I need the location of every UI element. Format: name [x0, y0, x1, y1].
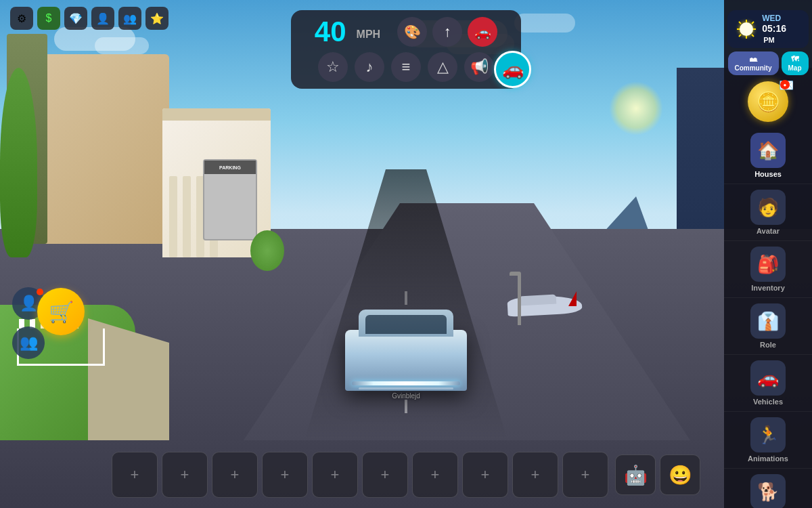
- exit-car-button[interactable]: 🚗: [468, 17, 497, 47]
- col1: [169, 176, 177, 257]
- icon-btn-1[interactable]: ⚙: [10, 7, 33, 30]
- svg-line-7: [739, 35, 741, 37]
- hud-top-icons: 🎨 ↑ 🚗: [397, 17, 497, 47]
- sidebar-top: WED 05:16 PM 🏘 Community 🗺 Map: [724, 7, 812, 79]
- map-label: Map: [788, 64, 802, 72]
- col2: [183, 176, 191, 257]
- top-left-hud: ⚙ $ 💎 👤 👥 ⭐: [10, 7, 168, 30]
- sidebar-item-companions[interactable]: 🐕 Companions: [724, 469, 812, 508]
- list-button[interactable]: ≡: [391, 52, 421, 82]
- speed-row: 40 MPH 🎨 ↑ 🚗: [304, 17, 508, 47]
- companions-icon: 🐕: [750, 474, 786, 508]
- icon-btn-3[interactable]: 💎: [64, 7, 87, 30]
- parking-text: PARKING: [219, 165, 241, 170]
- vehicles-label: Vehicles: [753, 398, 783, 406]
- paint-button[interactable]: 🎨: [397, 17, 427, 47]
- toolbar-slot-1[interactable]: [112, 452, 158, 498]
- community-icon: 🏘: [750, 55, 757, 63]
- houses-icon: 🏠: [750, 133, 786, 168]
- add-friend-icon: 👤: [20, 295, 38, 312]
- add-friend-notification: [37, 289, 43, 295]
- datetime-box: WED 05:16 PM: [727, 10, 809, 48]
- avatar-icon: 🧑: [750, 190, 786, 225]
- streetlamp-head: [510, 272, 521, 276]
- cloud-5: [514, 14, 575, 33]
- time-value: 05:16: [762, 23, 786, 34]
- toolbar-slot-3[interactable]: [212, 452, 258, 498]
- animations-icon: 🏃: [750, 417, 786, 452]
- sun-glare: [609, 81, 663, 135]
- airplane-tail: [568, 291, 577, 306]
- sidebar-item-vehicles[interactable]: 🚗 Vehicles: [724, 355, 812, 412]
- parking-booth: PARKING: [203, 159, 257, 240]
- datetime-text-block: WED 05:16 PM: [762, 14, 800, 45]
- sun-wrapper: [736, 18, 757, 40]
- map-icon: 🗺: [791, 55, 798, 63]
- svg-line-5: [752, 35, 754, 37]
- shopping-cart-button[interactable]: 🛒: [37, 288, 85, 335]
- sidebar-item-role[interactable]: 👔 Role: [724, 298, 812, 355]
- tree-left: [0, 68, 37, 257]
- sidebar-item-houses[interactable]: 🏠 Houses: [724, 127, 812, 184]
- toolbar-slot-2[interactable]: [162, 452, 208, 498]
- toolbar-slot-8[interactable]: [462, 452, 508, 498]
- right-sidebar: WED 05:16 PM 🏘 Community 🗺 Map: [724, 0, 812, 508]
- speed-panel: 40 MPH 🎨 ↑ 🚗 ☆ ♪ ≡ △ 📢: [291, 10, 521, 89]
- group-button[interactable]: 👥: [12, 326, 45, 359]
- chat-button[interactable]: 🤖: [615, 454, 656, 495]
- cloud-2: [95, 37, 149, 54]
- time-display: 05:16 PM: [762, 23, 800, 45]
- music-button[interactable]: ♪: [355, 52, 384, 82]
- group-icon: 👥: [20, 334, 38, 352]
- car-mode-button[interactable]: 🚗: [494, 51, 531, 88]
- plant-1: [250, 230, 284, 271]
- toolbar-slot-10[interactable]: [562, 452, 608, 498]
- icon-btn-6[interactable]: ⭐: [145, 7, 168, 30]
- svg-line-4: [739, 22, 741, 24]
- coins-row: 🪙 ✉️ ●: [724, 79, 812, 125]
- chat-icon: 🤖: [624, 464, 648, 486]
- sidebar-item-animations[interactable]: 🏃 Animations: [724, 412, 812, 469]
- sidebar-item-inventory[interactable]: 🎒 Inventory: [724, 241, 812, 298]
- car-label-bottom: Gvinblejd: [392, 392, 420, 400]
- animations-label: Animations: [748, 454, 788, 463]
- mail-notification: ●: [780, 80, 790, 89]
- icon-btn-2[interactable]: $: [37, 7, 60, 30]
- hud-bottom-icons: ☆ ♪ ≡ △ 📢: [318, 52, 494, 82]
- icon-btn-4[interactable]: 👤: [91, 7, 114, 30]
- game-viewport: PARKING Gvinblejd: [0, 0, 812, 508]
- toolbar-slot-5[interactable]: [312, 452, 358, 498]
- inventory-icon: 🎒: [750, 247, 786, 282]
- sun-rays-svg: [736, 18, 757, 40]
- toolbar-slot-7[interactable]: [412, 452, 458, 498]
- role-icon: 👔: [750, 303, 786, 339]
- speaker-button[interactable]: 📢: [464, 52, 494, 82]
- car-lights: [352, 381, 460, 385]
- warning-button[interactable]: △: [428, 52, 457, 82]
- sidebar-item-avatar[interactable]: 🧑 Avatar: [724, 184, 812, 241]
- pediment: [162, 108, 271, 121]
- toolbar-slot-6[interactable]: [362, 452, 408, 498]
- speed-value: 40: [315, 18, 346, 46]
- parking-sign: PARKING: [204, 161, 256, 174]
- streetlamp-pole: [518, 274, 521, 325]
- houses-label: Houses: [754, 170, 782, 178]
- period-value: PM: [763, 36, 775, 44]
- map-button[interactable]: 🗺 Map: [782, 51, 809, 75]
- svg-line-6: [752, 22, 754, 24]
- community-button[interactable]: 🏘 Community: [728, 51, 779, 75]
- vehicles-icon: 🚗: [750, 360, 786, 396]
- emoji-icon: 😀: [669, 464, 692, 486]
- toolbar-slot-9[interactable]: [512, 452, 558, 498]
- star-button[interactable]: ☆: [318, 52, 348, 82]
- icon-btn-5[interactable]: 👥: [118, 7, 141, 30]
- coins-button[interactable]: 🪙 ✉️ ●: [748, 81, 788, 122]
- shopping-cart-icon: 🛒: [49, 300, 74, 324]
- arrow-button[interactable]: ↑: [432, 17, 462, 47]
- speed-unit: MPH: [357, 28, 381, 41]
- emoji-button[interactable]: 😀: [660, 454, 700, 495]
- toolbar-slot-4[interactable]: [262, 452, 308, 498]
- car-body: [345, 330, 467, 391]
- community-map-buttons: 🏘 Community 🗺 Map: [727, 51, 809, 75]
- airplane-wing: [519, 295, 557, 306]
